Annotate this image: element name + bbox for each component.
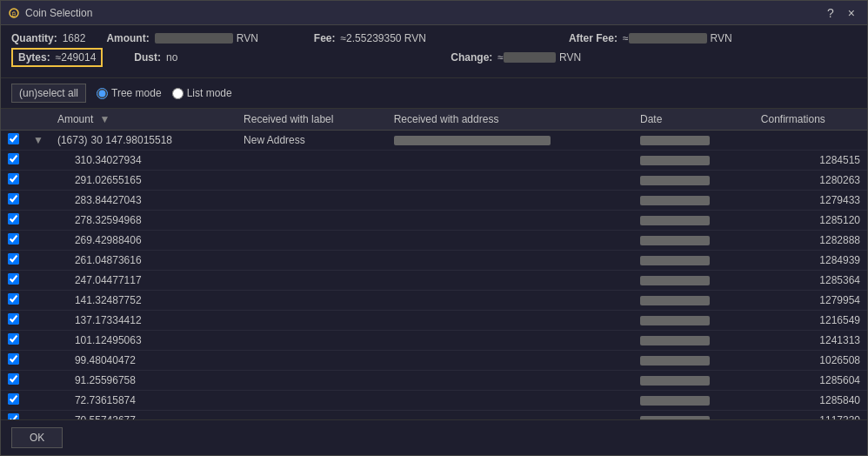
tree-mode-label: Tree mode	[111, 87, 162, 99]
row-checkbox[interactable]	[8, 333, 19, 345]
table-row[interactable]: 91.255967581285604	[1, 371, 867, 391]
label-cell: New Address	[237, 131, 387, 151]
col-amount[interactable]: Amount ▼	[50, 109, 237, 131]
row-checkbox[interactable]	[8, 213, 19, 225]
change-group: Change: ≈ RVN	[451, 48, 581, 67]
list-mode-radio[interactable]	[172, 88, 184, 99]
address-cell	[387, 411, 633, 420]
label-cell	[237, 231, 387, 251]
address-cell	[387, 251, 633, 271]
row-checkbox[interactable]	[8, 413, 19, 419]
amount-cell: 72.73615874	[50, 391, 237, 411]
tree-mode-radio-group[interactable]: Tree mode	[97, 87, 162, 99]
confirmations-cell: 1216549	[754, 311, 867, 331]
footer: OK	[1, 419, 867, 455]
confirmations-cell: 1026508	[754, 351, 867, 371]
label-cell	[237, 391, 387, 411]
dust-value: no	[166, 51, 177, 64]
table-row[interactable]: 141.324877521279954	[1, 291, 867, 311]
confirmations-cell: 1285120	[754, 211, 867, 231]
row-checkbox[interactable]	[8, 173, 19, 184]
ok-button[interactable]: OK	[11, 427, 63, 448]
unselect-all-button[interactable]: (un)select all	[11, 84, 86, 103]
expand-icon	[26, 371, 50, 391]
address-cell	[387, 131, 633, 151]
row-checkbox[interactable]	[8, 253, 19, 265]
change-value-blurred	[504, 52, 556, 63]
expand-icon	[26, 251, 50, 271]
quantity-value: 1682	[63, 32, 86, 44]
col-expand	[26, 109, 50, 131]
dust-group: Dust: no	[134, 48, 177, 67]
table-row[interactable]: 269.429884061282888	[1, 231, 867, 251]
list-mode-label: List mode	[187, 87, 232, 99]
row-checkbox[interactable]	[8, 233, 19, 245]
table-row[interactable]: 278.325949681285120	[1, 211, 867, 231]
close-button[interactable]: ×	[843, 5, 860, 21]
confirmations-cell: 1285604	[754, 371, 867, 391]
amount-cell: 261.04873616	[50, 251, 237, 271]
amount-cell: 269.42988406	[50, 231, 237, 251]
amount-sort-icon: ▼	[100, 113, 110, 125]
help-button[interactable]: ?	[822, 5, 839, 21]
row-checkbox[interactable]	[8, 353, 19, 365]
coin-table-container[interactable]: Amount ▼ Received with label Received wi…	[1, 109, 867, 419]
label-cell	[237, 411, 387, 420]
row-checkbox[interactable]	[8, 153, 19, 164]
table-row[interactable]: 291.026551651280263	[1, 171, 867, 191]
amount-cell: 99.48040472	[50, 351, 237, 371]
confirmations-cell: 1284515	[754, 151, 867, 171]
list-mode-radio-group[interactable]: List mode	[172, 87, 232, 99]
amount-cell: 101.12495063	[50, 331, 237, 351]
amount-cell: 310.34027934	[50, 151, 237, 171]
amount-cell: 278.32594968	[50, 211, 237, 231]
amount-cell: 137.17334412	[50, 311, 237, 331]
date-cell	[633, 391, 754, 411]
table-body: ▼(1673)30 147.98015518New Address310.340…	[1, 131, 867, 420]
label-cell	[237, 151, 387, 171]
after-fee-group: After Fee: ≈ RVN	[569, 32, 732, 44]
row-checkbox[interactable]	[8, 273, 19, 285]
table-row[interactable]: 310.340279341284515	[1, 151, 867, 171]
expand-icon[interactable]: ▼	[26, 131, 50, 151]
change-approx: ≈	[497, 51, 504, 64]
confirmations-cell	[754, 131, 867, 151]
title-bar: ₿ Coin Selection ? ×	[1, 1, 867, 25]
confirmations-cell: 1285840	[754, 391, 867, 411]
label-cell	[237, 211, 387, 231]
amount-cell: 291.02655165	[50, 171, 237, 191]
label-cell	[237, 311, 387, 331]
expand-icon	[26, 311, 50, 331]
expand-icon	[26, 291, 50, 311]
amount-cell: 247.04477117	[50, 271, 237, 291]
row-checkbox[interactable]	[8, 193, 19, 205]
label-cell	[237, 371, 387, 391]
expand-icon	[26, 351, 50, 371]
coin-selection-window: ₿ Coin Selection ? × Quantity: 1682 Amou…	[0, 0, 868, 456]
amount-cell: (1673)30 147.98015518	[50, 131, 237, 151]
table-row[interactable]: 70.557436771117330	[1, 411, 867, 420]
row-checkbox[interactable]	[8, 373, 19, 385]
date-cell	[633, 191, 754, 211]
expand-icon	[26, 211, 50, 231]
table-row[interactable]: 72.736158741285840	[1, 391, 867, 411]
row-checkbox[interactable]	[8, 313, 19, 325]
table-row[interactable]: ▼(1673)30 147.98015518New Address	[1, 131, 867, 151]
table-row[interactable]: 261.048736161284939	[1, 251, 867, 271]
fee-group: Fee: ≈2.55239350 RVN	[314, 32, 426, 44]
row-checkbox[interactable]	[8, 133, 19, 144]
after-fee-unit: RVN	[711, 32, 732, 44]
date-cell	[633, 231, 754, 251]
expand-icon	[26, 391, 50, 411]
table-row[interactable]: 247.044771171285364	[1, 271, 867, 291]
table-row[interactable]: 283.844270431279433	[1, 191, 867, 211]
after-fee-value-blurred	[629, 33, 707, 44]
table-row[interactable]: 101.124950631241313	[1, 331, 867, 351]
tree-mode-radio[interactable]	[97, 88, 108, 99]
table-row[interactable]: 99.480404721026508	[1, 351, 867, 371]
label-cell	[237, 191, 387, 211]
address-cell	[387, 171, 633, 191]
row-checkbox[interactable]	[8, 293, 19, 305]
table-row[interactable]: 137.173344121216549	[1, 311, 867, 331]
row-checkbox[interactable]	[8, 393, 19, 405]
